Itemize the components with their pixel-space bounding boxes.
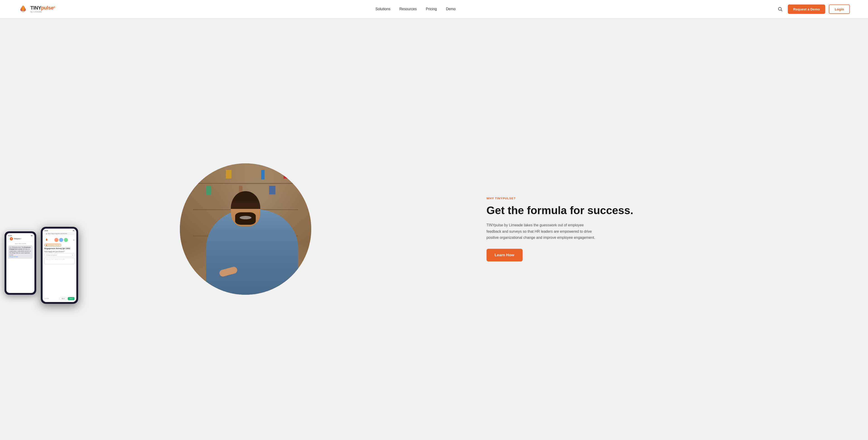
- tinypulse-icon: [10, 237, 13, 240]
- login-button[interactable]: Login: [829, 4, 850, 14]
- url-bar: https://app.tinypulse.com/home/...: [44, 232, 74, 235]
- hero-eyebrow: WHY TINYPULSE?: [487, 197, 850, 200]
- person-head: [231, 191, 260, 226]
- logo-text: TINYpulse® by Limeade: [30, 5, 55, 13]
- nav-links: Solutions Resources Pricing Demo: [375, 7, 456, 11]
- logo-sub: by Limeade: [30, 11, 55, 13]
- request-demo-button[interactable]: Request a Demo: [788, 4, 826, 14]
- phone-2-nav: ≡: [44, 238, 74, 242]
- nav-resources[interactable]: Resources: [399, 7, 416, 11]
- phone-2-top-bar: 10:02 4G https://app.tinypulse.com/home/…: [42, 229, 76, 236]
- phone-2-status: 10:02 4G: [44, 230, 74, 231]
- dropdown-placeholder: Choose an option: [46, 255, 57, 256]
- avatar-row: [54, 238, 68, 242]
- hero-bg: [180, 164, 311, 295]
- logo-tiny: TINY: [30, 5, 41, 11]
- badge-dot: [46, 245, 47, 246]
- phone-2-time: 10:02: [44, 230, 48, 231]
- phone-survey-screen: 10:02 4G https://app.tinypulse.com/home/…: [42, 229, 76, 302]
- hero-section: 10:19 4G ‹ TINYpulse I Sep 5, 2021, 3:26…: [0, 18, 868, 440]
- nav-demo[interactable]: Demo: [446, 7, 456, 11]
- svg-rect-2: [46, 234, 47, 234]
- avatar-1: [54, 238, 58, 242]
- avatar-2: [59, 238, 63, 242]
- tinypulse-logo-icon: [18, 4, 28, 14]
- search-icon[interactable]: [776, 5, 784, 13]
- phone-1-time-sent: Sep 5, 2021, 3:26 PM: [8, 243, 33, 244]
- hero-left: 10:19 4G ‹ TINYpulse I Sep 5, 2021, 3:26…: [0, 150, 477, 309]
- nav-actions: Request a Demo Login: [776, 4, 850, 14]
- learn-how-button[interactable]: Learn How: [487, 249, 523, 261]
- phones-container: 10:19 4G ‹ TINYpulse I Sep 5, 2021, 3:26…: [4, 227, 78, 304]
- hero-description: TINYpulse by Limeade takes the guesswork…: [487, 222, 595, 241]
- sms-text-1: It's TINYpulse time! The: [9, 246, 24, 248]
- phone-1-status-bar: 10:19 4G: [8, 235, 33, 236]
- svg-line-1: [781, 10, 782, 11]
- survey-title: Engagement Survey Q4 / 2021: [44, 247, 74, 250]
- lock-icon: [46, 233, 47, 234]
- phone-survey: 10:02 4G https://app.tinypulse.com/home/…: [41, 227, 78, 304]
- logo[interactable]: TINYpulse® by Limeade: [18, 4, 55, 14]
- nav-solutions[interactable]: Solutions: [375, 7, 390, 11]
- menu-icon: ≡: [73, 239, 74, 241]
- hair: [231, 191, 260, 209]
- phone-2-bottom: 3 of 18 Back Next: [44, 297, 74, 300]
- sms-message: It's TINYpulse time! The Employee Engage…: [8, 245, 33, 259]
- survey-back-button[interactable]: Back: [60, 297, 67, 300]
- phone-1-time: 10:19: [8, 235, 11, 236]
- sms-link[interactable]: Respond here: [9, 256, 18, 257]
- page-indicator: 3 of 18: [44, 298, 49, 299]
- phone-1-header: ‹ TINYpulse I: [8, 237, 33, 241]
- shelf-1: [193, 183, 298, 184]
- logo-reg: ®: [54, 6, 55, 8]
- survey-dropdown[interactable]: Choose an option ▾: [44, 253, 74, 257]
- hero-title: Get the formula for success.: [487, 204, 850, 216]
- logo-pulse: pulse: [41, 5, 54, 11]
- phone-2-signal: 4G: [73, 230, 74, 231]
- app-logo-icon: [44, 238, 49, 242]
- survey-nav-buttons: Back Next: [60, 297, 74, 300]
- phone-1-signal: 4G: [31, 235, 33, 236]
- phone-2-body: ≡ Anonymous Survey Engagement Survey Q4 …: [42, 236, 76, 268]
- badge-label: Anonymous Survey: [48, 244, 60, 246]
- phone-sms: 10:19 4G ‹ TINYpulse I Sep 5, 2021, 3:26…: [4, 231, 36, 295]
- hero-right: WHY TINYPULSE? Get the formula for succe…: [477, 183, 868, 275]
- chevron-down-icon: ▾: [72, 254, 73, 256]
- survey-next-button[interactable]: Next: [68, 297, 74, 300]
- textarea-placeholder: Give as much detail as you like.: [46, 259, 65, 260]
- survey-question: How happy are you at work?: [44, 251, 74, 253]
- navbar: TINYpulse® by Limeade Solutions Resource…: [0, 0, 868, 18]
- nav-pricing[interactable]: Pricing: [426, 7, 437, 11]
- smile: [240, 216, 251, 219]
- survey-textarea[interactable]: Give as much detail as you like.: [44, 258, 74, 264]
- avatar-3: [64, 238, 68, 242]
- url-text: https://app.tinypulse.com/home/...: [48, 233, 68, 234]
- phone-1-brand: TINYpulse I: [14, 238, 21, 239]
- phone-sms-screen: 10:19 4G ‹ TINYpulse I Sep 5, 2021, 3:26…: [6, 233, 34, 293]
- survey-badge: Anonymous Survey: [44, 244, 61, 246]
- back-arrow-icon: ‹: [8, 238, 9, 240]
- hero-image-circle: [180, 164, 311, 295]
